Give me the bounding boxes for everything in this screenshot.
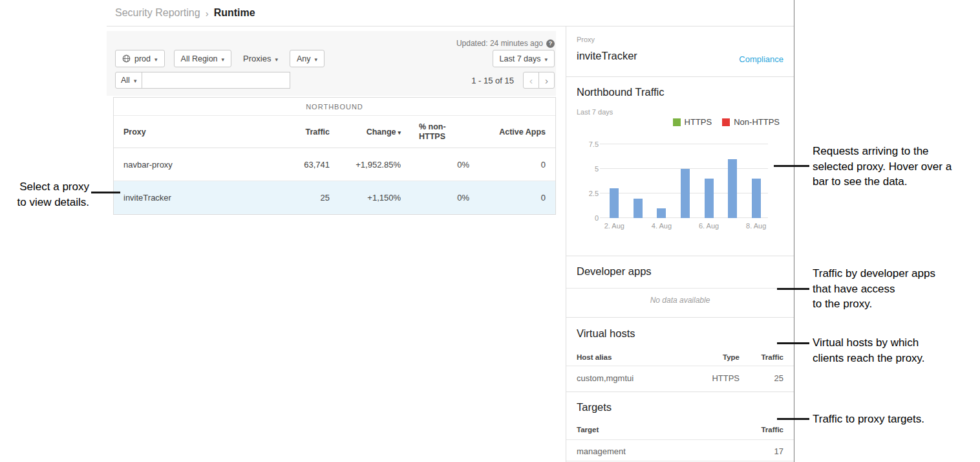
section-divider — [566, 256, 794, 256]
chevron-down-icon: ▾ — [154, 56, 158, 63]
annotation-virtual-hosts: Virtual hosts by which clients reach the… — [813, 335, 925, 366]
cell-type: HTTPS — [701, 373, 740, 383]
cell-traffic: 25 — [252, 193, 330, 203]
developer-apps-title: Developer apps — [577, 265, 652, 278]
cell-active-apps: 0 — [469, 193, 546, 203]
chevron-down-icon: ▾ — [315, 56, 318, 63]
proxies-dropdown[interactable]: Proxies ▾ — [240, 50, 281, 67]
developer-apps-empty-message: No data available — [566, 296, 794, 305]
section-divider — [566, 391, 794, 392]
any-label: Any — [297, 54, 311, 63]
chart-bar-4-Aug[interactable] — [657, 208, 666, 218]
https-swatch-icon — [673, 118, 681, 126]
column-header-proxy[interactable]: Proxy — [123, 127, 252, 137]
legend-item-non-https[interactable]: Non-HTTPS — [722, 117, 780, 127]
chart-gridline — [600, 144, 768, 144]
search-scope-dropdown[interactable]: All ▾ — [115, 72, 142, 89]
annotation-line: Traffic by developer apps — [813, 266, 935, 281]
column-header-traffic: Traffic — [745, 426, 783, 434]
environment-dropdown[interactable]: prod ▾ — [115, 50, 165, 67]
cell-non-https: 0% — [401, 193, 469, 203]
annotation-developer-apps: Traffic by developer apps that have acce… — [813, 266, 935, 312]
updated-text: Updated: 24 minutes ago — [456, 39, 543, 48]
any-dropdown[interactable]: Any ▾ — [290, 50, 325, 67]
annotation-line: to the proxy. — [813, 296, 935, 312]
section-divider — [566, 317, 794, 318]
target-row[interactable]: management 17 — [577, 446, 783, 456]
chart-legend: HTTPS Non-HTTPS — [673, 117, 780, 127]
proxy-detail-panel: Proxy inviteTracker Compliance Northboun… — [566, 27, 794, 462]
chart-ytick-label: 0 — [577, 214, 599, 222]
column-header-active-apps[interactable]: Active Apps — [469, 127, 546, 137]
chart-bar-6-Aug[interactable] — [705, 179, 714, 218]
column-header-traffic[interactable]: Traffic — [252, 127, 330, 137]
chart-ytick-label: 7.5 — [577, 140, 599, 148]
cell-proxy: navbar-proxy — [123, 160, 252, 170]
chevron-down-icon: ▾ — [134, 78, 137, 84]
table-row-invitetracker-selected[interactable]: inviteTracker 25 +1,150% 0% 0 — [114, 181, 555, 214]
chart-plot — [602, 144, 768, 218]
proxies-label: Proxies — [243, 54, 271, 63]
column-header-type: Type — [701, 353, 740, 361]
virtual-hosts-header-row: Host alias Type Traffic — [577, 353, 783, 361]
pagination-next-button[interactable]: › — [538, 72, 555, 89]
annotation-targets: Traffic to proxy targets. — [813, 412, 924, 427]
breadcrumb-current: Runtime — [214, 7, 255, 19]
chart-bar-2-Aug[interactable] — [610, 188, 619, 218]
annotation-line: Select a proxy — [0, 179, 89, 195]
chart-bar-7-Aug[interactable] — [728, 159, 737, 218]
annotation-line: Traffic to proxy targets. — [813, 412, 924, 427]
targets-bottom-line — [566, 461, 794, 461]
table-header-row: Proxy Traffic Change▾ % non-HTTPS Active… — [114, 116, 555, 148]
targets-header-row: Target Traffic — [577, 426, 783, 434]
column-header-change[interactable]: Change▾ — [330, 127, 401, 137]
callout-line-select-proxy — [91, 192, 120, 193]
search-input[interactable] — [142, 72, 290, 89]
region-label: All Region — [181, 54, 218, 63]
chart-ytick-label: 2.5 — [577, 190, 599, 197]
legend-label: HTTPS — [685, 117, 712, 127]
cell-host-alias: custom,mgmtui — [577, 373, 701, 383]
callout-line-virtual-hosts — [777, 342, 809, 344]
callout-line-developer-apps — [777, 288, 809, 290]
search-scope-label: All — [121, 76, 130, 85]
date-range-label: Last 7 days — [500, 54, 541, 63]
column-header-non-https[interactable]: % non-HTTPS — [401, 122, 469, 142]
breadcrumb: Security Reporting › Runtime — [115, 5, 255, 21]
cell-change: +1,952.85% — [330, 160, 401, 170]
annotation-select-proxy: Select a proxy to view details. — [0, 179, 89, 210]
northbound-traffic-title: Northbound Traffic — [577, 86, 664, 98]
legend-item-https[interactable]: HTTPS — [673, 117, 712, 127]
annotation-line: selected proxy. Hover over a — [813, 159, 952, 175]
chart-bar-3-Aug[interactable] — [634, 199, 643, 218]
breadcrumb-section[interactable]: Security Reporting — [115, 7, 200, 19]
chart-x-axis: 2. Aug4. Aug6. Aug8. Aug — [602, 222, 768, 232]
chart-bar-5-Aug[interactable] — [681, 169, 690, 218]
non-https-label: % non-HTTPS — [419, 122, 453, 142]
targets-title: Targets — [577, 401, 612, 413]
developer-apps-header-line — [566, 288, 794, 289]
cell-target: management — [577, 446, 745, 456]
cell-traffic: 63,741 — [252, 160, 330, 170]
region-dropdown[interactable]: All Region ▾ — [174, 50, 232, 67]
cell-active-apps: 0 — [469, 160, 546, 170]
legend-label: Non-HTTPS — [734, 117, 780, 127]
updated-status: Updated: 24 minutes ago ? — [456, 39, 555, 48]
virtual-hosts-title: Virtual hosts — [577, 327, 635, 340]
cell-traffic: 25 — [745, 373, 783, 383]
chart-y-axis: 02.557.5 — [577, 144, 599, 218]
compliance-link[interactable]: Compliance — [739, 54, 783, 64]
column-header-target: Target — [577, 426, 745, 434]
chart-ytick-label: 5 — [577, 165, 599, 173]
column-header-traffic: Traffic — [745, 353, 783, 361]
help-icon[interactable]: ? — [546, 39, 555, 48]
proxy-table: NORTHBOUND Proxy Traffic Change▾ % non-H… — [113, 97, 556, 215]
search-bar: All ▾ — [115, 72, 290, 89]
pagination-prev-button[interactable]: ‹ — [523, 72, 539, 89]
chart-bar-8-Aug[interactable] — [752, 179, 761, 218]
date-range-dropdown[interactable]: Last 7 days ▾ — [493, 50, 555, 67]
virtual-host-row[interactable]: custom,mgmtui HTTPS 25 — [577, 373, 783, 383]
northbound-subtitle: Last 7 days — [577, 108, 613, 116]
proxy-label: Proxy — [577, 36, 595, 43]
table-row-navbar-proxy[interactable]: navbar-proxy 63,741 +1,952.85% 0% 0 — [114, 148, 555, 181]
